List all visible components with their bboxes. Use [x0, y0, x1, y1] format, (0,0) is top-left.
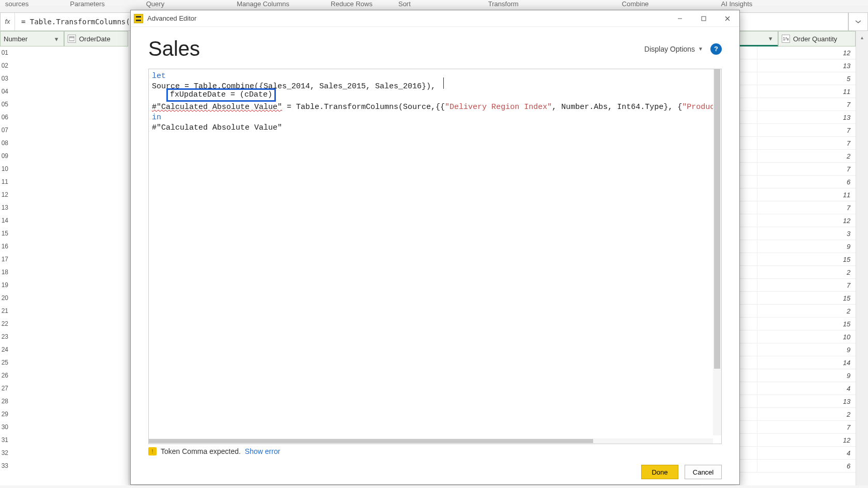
row-number: 14 — [0, 214, 10, 227]
scrollbar-thumb[interactable] — [714, 69, 720, 369]
advanced-editor-dialog: Advanced Editor Sales Display Options ▼ … — [130, 10, 740, 485]
row-number: 19 — [0, 279, 10, 292]
code-string: "Delivery Region Index" — [445, 103, 552, 112]
column-header-orderdate[interactable]: OrderDate — [64, 31, 128, 46]
code-hscrollbar[interactable] — [149, 438, 713, 444]
row-number: 15 — [0, 227, 10, 240]
row-number: 04 — [0, 85, 10, 98]
scrollbar-thumb[interactable] — [149, 439, 593, 443]
row-number: 02 — [0, 59, 10, 72]
row-number: 21 — [0, 305, 10, 318]
cell-order-quantity: 9 — [757, 343, 856, 356]
row-number: 05 — [0, 98, 10, 111]
query-name-heading: Sales — [148, 37, 200, 60]
cell-order-quantity: 6 — [757, 176, 856, 188]
row-number: 29 — [0, 408, 10, 421]
cell-order-quantity: 14 — [757, 356, 856, 369]
column-header-number[interactable]: Number ▾ — [0, 31, 64, 46]
help-button[interactable]: ? — [710, 43, 722, 55]
cell-order-quantity: 6 — [757, 460, 856, 472]
ribbon-tab[interactable]: Manage Columns — [237, 0, 289, 5]
display-options-dropdown[interactable]: Display Options ▼ — [644, 45, 703, 53]
column-header-label: Order Quantity — [793, 35, 837, 43]
code-keyword-let: let — [152, 72, 166, 81]
row-number: 18 — [0, 266, 10, 279]
cell-order-quantity: 3 — [757, 227, 856, 240]
row-number: 26 — [0, 369, 10, 382]
scroll-up-icon[interactable]: ▴ — [856, 31, 868, 43]
filter-dropdown-icon[interactable]: ▾ — [766, 34, 774, 42]
cell-order-quantity: 11 — [757, 85, 856, 98]
maximize-button[interactable] — [692, 10, 716, 27]
cell-order-quantity: 13 — [757, 59, 856, 72]
row-number: 27 — [0, 382, 10, 395]
fx-icon[interactable]: fx — [1, 13, 15, 30]
ribbon-tab[interactable]: Combine — [622, 0, 649, 5]
warning-icon: ! — [148, 447, 157, 455]
row-number: 13 — [0, 201, 10, 214]
ribbon-tab[interactable]: Query — [146, 0, 164, 5]
row-number: 17 — [0, 253, 10, 266]
background-table-left: Number ▾ OrderDate — [0, 31, 128, 488]
cell-order-quantity: 7 — [757, 137, 856, 149]
code-text: = Table.TransformColumns(Source,{{ — [282, 103, 445, 112]
background-vscrollbar[interactable]: ▴ — [856, 31, 868, 488]
number-type-icon: 1²₃ — [782, 35, 790, 43]
cancel-button[interactable]: Cancel — [685, 465, 722, 479]
cell-order-quantity: 7 — [757, 421, 856, 433]
code-vscrollbar[interactable] — [713, 69, 721, 435]
filter-dropdown-icon[interactable]: ▾ — [52, 35, 60, 43]
ribbon-tab[interactable]: Transform — [488, 0, 519, 5]
code-text: , Number.Abs, Int64.Type}, { — [552, 103, 682, 112]
cell-order-quantity: 13 — [757, 395, 856, 407]
row-number: 23 — [0, 330, 10, 343]
row-number: 30 — [0, 421, 10, 434]
row-number: 16 — [0, 240, 10, 253]
row-number: 08 — [0, 137, 10, 150]
code-editor[interactable]: let Source = Table.Combine({Sales_2014, … — [148, 69, 722, 444]
column-header-label: OrderDate — [79, 35, 111, 43]
show-error-link[interactable]: Show error — [245, 447, 280, 455]
row-number: 20 — [0, 292, 10, 305]
svg-rect-3 — [702, 17, 706, 21]
row-numbers: 0102030405060708091011121314151617181920… — [0, 46, 10, 473]
cell-order-quantity: 2 — [757, 408, 856, 420]
cell-order-quantity: 7 — [757, 163, 856, 175]
ribbon-tab[interactable]: sources — [5, 0, 29, 5]
formula-expand-button[interactable] — [848, 12, 868, 31]
code-keyword-in: in — [152, 113, 161, 122]
syntax-error-row: ! Token Comma expected. Show error — [148, 447, 722, 455]
cell-order-quantity: 4 — [757, 382, 856, 395]
row-number: 24 — [0, 343, 10, 356]
column-header-label: Number — [4, 35, 27, 43]
ribbon-tab[interactable]: AI Insights — [721, 0, 753, 5]
formula-text[interactable]: = Table.TransformColumns(S — [15, 18, 134, 26]
row-number: 01 — [0, 46, 10, 59]
done-button[interactable]: Done — [641, 465, 678, 479]
row-number: 22 — [0, 318, 10, 330]
cell-order-quantity: 9 — [757, 369, 856, 382]
dialog-titlebar: Advanced Editor — [131, 10, 739, 27]
close-button[interactable] — [716, 10, 739, 27]
cell-order-quantity: 7 — [757, 124, 856, 136]
cell-order-quantity: 7 — [757, 98, 856, 111]
ribbon-tab[interactable]: Sort — [398, 0, 411, 5]
row-number: 11 — [0, 176, 10, 188]
cell-order-quantity: 15 — [757, 253, 856, 265]
code-string: "Product Description I — [682, 103, 713, 112]
cell-order-quantity: 9 — [757, 240, 856, 253]
cell-order-quantity: 7 — [757, 201, 856, 214]
row-number: 31 — [0, 434, 10, 447]
chevron-down-icon: ▼ — [698, 46, 703, 52]
ribbon-tab[interactable]: Parameters — [70, 0, 105, 5]
error-underline-span: #"Calculated Absolute Value" — [152, 103, 282, 112]
cell-order-quantity: 13 — [757, 111, 856, 123]
row-number: 28 — [0, 395, 10, 408]
row-number: 06 — [0, 111, 10, 124]
ribbon-tab[interactable]: Reduce Rows — [331, 0, 373, 5]
minimize-button[interactable] — [668, 10, 692, 27]
cell-order-quantity: 10 — [757, 330, 856, 343]
column-header-order-quantity[interactable]: 1²₃ Order Quantity — [778, 31, 856, 46]
cell-order-quantity: 2 — [757, 305, 856, 317]
cell-order-quantity: 5 — [757, 72, 856, 85]
